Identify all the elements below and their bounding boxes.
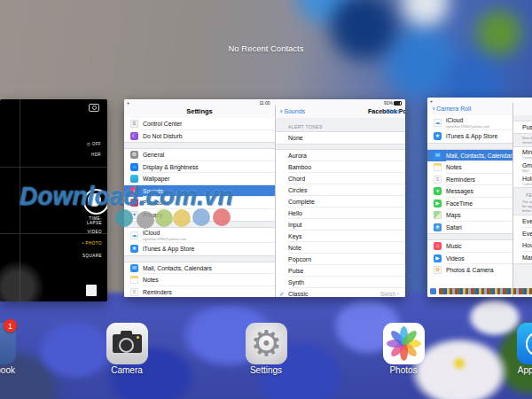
sidebar-item-label: Maps [446,212,461,218]
sidebar-item-do-not-disturb[interactable]: ☾Do Not Disturb [124,130,275,143]
fetch-section-header: FETCH [513,192,532,200]
sidebar-item-label: Notes [446,164,462,170]
sidebar-item-icloud[interactable]: ☁iCloudngmnhoc1984@yahoo.com [124,228,275,243]
camera-grid-line [0,167,107,168]
sidebar-item-label: Notes [143,277,159,283]
settings-fetch-card[interactable]: + ‹ Camera Roll ☁iCloudngmnhoc1984@yahoo… [427,98,532,297]
sidebar-item-maps[interactable]: Maps [427,209,512,222]
tone-row-classic[interactable]: ✓ClassicSwish › [276,288,405,297]
facebook-label: Facebook [0,365,27,375]
account-row-gmail[interactable]: GmailMail [513,160,532,174]
account-type: Contacts [522,155,532,160]
tone-row-pulse[interactable]: Pulse [276,265,405,277]
tone-label: None [288,135,303,141]
tone-label: Circles [288,187,307,193]
sidebar-item-label: Reminders [446,176,475,183]
notes-icon [130,276,138,284]
sidebar-item-reminders[interactable]: ≡Reminders [124,286,275,298]
app-store-a-glyph: A [526,332,532,356]
tone-row-note[interactable]: Note [276,242,405,254]
sidebar-item-music[interactable]: ♫Music [427,240,512,253]
watermark-dot [192,208,210,226]
photos-camera-icon: ✿ [434,266,442,274]
photos-app-icon[interactable] [383,323,425,364]
app-store-app-icon[interactable]: A [517,323,532,364]
sidebar-title: Settings [124,106,275,118]
reminders-icon: ≡ [130,288,138,296]
camera-roll-thumbnail[interactable] [86,285,97,296]
sidebar-item-label: FaceTime [446,200,473,207]
control-center-icon: ≡ [130,120,138,128]
tone-row-aurora[interactable]: Aurora [276,150,405,161]
sidebar-item-itunes-app-store[interactable]: ★iTunes & App Store [427,130,512,143]
fetch-header-bar: + ‹ Camera Roll [427,98,532,116]
watermark-dot [115,209,133,227]
tone-label: Chord [288,176,305,182]
sidebar-item-icloud[interactable]: ☁iCloudngmnhoc1984@yahoo.com [427,115,512,130]
sidebar-item-notes[interactable]: Notes [427,161,512,174]
camera-mode-photo[interactable]: PHOTO [75,241,102,246]
music-icon: ♫ [434,242,442,250]
fetch-option-hourly[interactable]: Hourly [513,239,532,252]
back-button-camera-roll[interactable]: ‹ Camera Roll [433,103,471,115]
sidebar-item-general[interactable]: ⚙General [124,149,275,161]
fetch-option-manually[interactable]: Manually [513,252,532,264]
tone-row-keys[interactable]: Keys [276,231,405,242]
sidebar-item-reminders[interactable]: ≡Reminders [427,174,512,186]
sidebar-item-itunes-app-store[interactable]: ★iTunes & App Store [124,243,275,255]
sidebar-item-label: iTunes & App Store [446,133,497,139]
tone-row-circles[interactable]: Circles [276,184,405,196]
sidebar-item-mail-contacts-calendars[interactable]: ✉Mail, Contacts, Calendars [427,150,512,162]
maps-icon [434,211,442,219]
camera-hdr-label[interactable]: HDR [91,153,101,157]
gear-icon: ⚙ [251,323,283,364]
tone-label: Aurora [288,153,307,159]
tone-row-chord[interactable]: Chord [276,173,405,184]
sidebar-item-display-brightness[interactable]: ☼Display & Brightness [124,161,275,174]
sidebar-item-notes[interactable]: Notes [124,274,275,286]
sidebar-item-facetime[interactable]: ▶FaceTime [427,198,512,210]
push-row[interactable]: Push [513,121,532,133]
tone-label: Complete [288,199,315,205]
tone-row-none[interactable]: None [276,132,405,144]
sidebar-item-label: iCloud [143,230,186,236]
camera-flip-icon[interactable] [89,104,99,112]
sidebar-item-messages[interactable]: ●Messages [427,185,512,198]
fetch-option-every-30-minutes[interactable]: Every 30 Minutes [513,228,532,240]
camera-label: Camera [96,365,158,375]
account-row-holiday-events[interactable]: Holiday EventsCalendars [513,174,532,187]
facebook-badge: 1 [4,319,17,332]
settings-app-icon[interactable]: ⚙ [246,323,287,364]
camera-mode-video[interactable]: VIDEO [75,230,102,234]
photos-label: Photos [372,365,434,375]
reminders-icon: ≡ [434,176,442,184]
sidebar-item-photos-camera[interactable]: ✿Photos & Camera [427,264,512,277]
sidebar-item-label: Music [446,243,462,249]
accounts-list: MinhContactsGmailMailHoliday EventsCalen… [513,146,532,188]
fetch-pane: Push New data will be pushed to your iPa… [513,115,532,297]
tone-row-synth[interactable]: Synth [276,277,405,288]
tone-row-complete[interactable]: Complete [276,196,405,207]
sidebar-item-safari[interactable]: ✦Safari [427,222,512,234]
camera-mode-time-lapse[interactable]: TIME-LAPSE [75,216,102,225]
general-icon: ⚙ [130,151,138,159]
tone-row-hello[interactable]: Hello [276,207,405,219]
camera-timer-label[interactable]: ◷ OFF [87,142,101,146]
fetch-option-label: Every 15 Minutes [522,218,532,224]
store-button[interactable]: Store [386,106,401,118]
account-row-minh[interactable]: MinhContacts [513,147,532,160]
tone-label: Classic [288,291,309,297]
camera-app-icon[interactable] [106,323,148,364]
camera-mode-square[interactable]: SQUARE [75,254,102,258]
tone-label: Hello [288,210,302,216]
tone-row-bamboo[interactable]: Bamboo [276,161,405,173]
sidebar-item-videos[interactable]: ▶Videos [427,253,512,265]
account-email: ngmnhoc1984@yahoo.com [446,124,489,129]
fetch-option-every-15-minutes[interactable]: Every 15 Minutes [513,215,532,228]
sidebar-item-mail-contacts-calendars[interactable]: ✉Mail, Contacts, Calendars [124,262,275,275]
tone-row-input[interactable]: Input [276,219,405,231]
sidebar-item-control-center[interactable]: ≡Control Center [124,118,275,130]
no-recent-contacts-text: No Recent Contacts [186,43,346,53]
tone-row-popcorn[interactable]: Popcorn [276,254,405,265]
icloud-icon: ☁ [434,119,442,127]
